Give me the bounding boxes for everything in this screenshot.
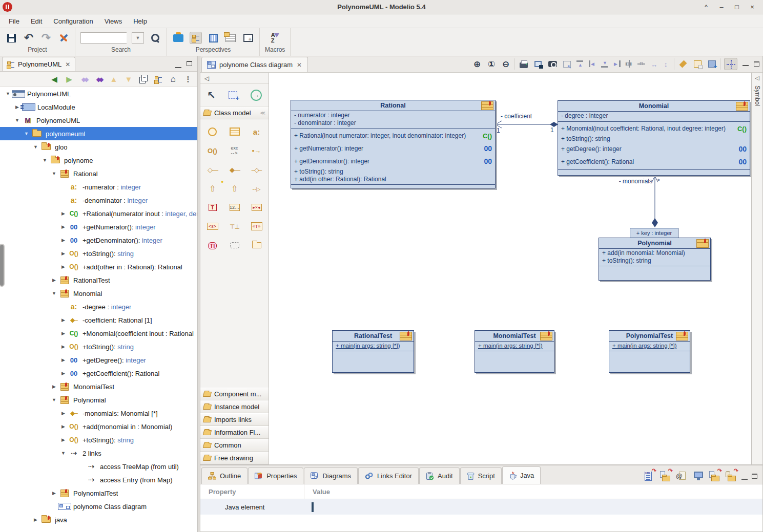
home-icon[interactable] <box>168 74 178 84</box>
tree-item[interactable]: +toString(): string <box>0 340 197 353</box>
align-left-icon[interactable] <box>588 59 597 69</box>
more-menu-icon[interactable] <box>183 74 193 84</box>
palette-group-header[interactable]: Instance model <box>200 400 269 413</box>
minimize-window-icon[interactable]: – <box>718 4 725 10</box>
tree-expand-arrow[interactable] <box>4 91 12 96</box>
tree-item[interactable]: LocalModule <box>0 100 197 114</box>
palette-collapse-arrow[interactable]: ◁ <box>200 73 269 84</box>
model-tree-icon[interactable] <box>153 74 163 84</box>
operation-row[interactable]: + main(in args: string [*]) <box>478 342 551 350</box>
association-qualifier-key[interactable]: + key : integer <box>630 228 678 238</box>
operation-row[interactable]: + toString(): string <box>561 135 747 143</box>
search-input[interactable] <box>80 32 127 44</box>
palette-group-class-model[interactable]: Class model ≪ <box>200 107 269 119</box>
palette-tool[interactable] <box>245 238 267 252</box>
palette-tool[interactable] <box>223 124 245 139</box>
move-down-icon[interactable] <box>123 74 134 84</box>
operation-row[interactable]: + toString(): string <box>294 168 492 176</box>
tree-expand-arrow[interactable] <box>13 118 21 123</box>
attribute-row[interactable]: - denominator : integer <box>294 119 492 127</box>
back-icon[interactable] <box>49 74 59 84</box>
window-gear-perspective-button[interactable] <box>242 32 254 44</box>
generate-to-folder-icon[interactable] <box>659 471 672 482</box>
export-image-icon[interactable] <box>532 58 544 70</box>
menu-edit[interactable]: Edit <box>26 15 47 27</box>
tree-expand-arrow[interactable] <box>59 371 67 376</box>
print-icon[interactable] <box>518 58 529 70</box>
tree-expand-arrow[interactable] <box>50 491 58 496</box>
java-element-checkbox[interactable] <box>312 502 314 512</box>
tree-item[interactable]: RationalTest <box>0 273 197 287</box>
undo-button[interactable] <box>23 32 35 44</box>
search-button[interactable] <box>149 32 161 44</box>
move-up-icon[interactable] <box>109 74 119 84</box>
tree-expand-arrow[interactable] <box>50 171 58 176</box>
palette-tool[interactable] <box>245 219 267 233</box>
select-tool[interactable] <box>207 88 216 102</box>
reverse-jar-icon[interactable] <box>725 471 737 482</box>
palette-tool[interactable] <box>201 238 223 252</box>
table-row[interactable]: Java element <box>200 499 762 515</box>
operation-row[interactable]: + getNumerator(): integer <box>294 142 492 155</box>
tab-audit[interactable]: Audit <box>419 467 460 484</box>
tree-expand-arrow[interactable] <box>32 517 39 522</box>
attribute-row[interactable]: - numerator : integer <box>294 112 492 119</box>
tree-expand-arrow[interactable] <box>59 317 67 323</box>
tree-item[interactable]: polynome <box>0 154 197 167</box>
zoom-actual-icon[interactable] <box>486 58 497 70</box>
tree-item[interactable]: polynome Class diagram <box>0 500 197 513</box>
next-selection-icon[interactable] <box>94 74 104 84</box>
tree-item[interactable]: +Rational(numerator inout : integer, den… <box>0 207 197 220</box>
same-width-icon[interactable] <box>649 59 658 69</box>
close-tab-icon[interactable]: ✕ <box>296 61 302 69</box>
marquee-tool[interactable] <box>229 88 237 102</box>
palette-tool[interactable] <box>223 238 245 252</box>
tree-expand-arrow[interactable] <box>32 144 39 150</box>
maximize-panel-icon[interactable] <box>752 474 757 479</box>
close-window-icon[interactable]: × <box>749 4 756 10</box>
tree-item[interactable]: MonomialTest <box>0 380 197 393</box>
palette-tool[interactable] <box>201 200 223 215</box>
tab-links-editor[interactable]: Links Editor <box>358 467 419 484</box>
tree-item[interactable]: Monomial <box>0 287 197 300</box>
workspace-perspective-button[interactable] <box>172 32 184 44</box>
tree-expand-arrow[interactable] <box>59 411 67 416</box>
tree-item[interactable]: PolynomialTest <box>0 486 197 500</box>
palette-group-header[interactable]: Imports links <box>200 413 269 426</box>
diagram-canvas[interactable]: - coefficient 1 1 - monomials * Rational… <box>269 73 751 464</box>
tab-diagrams[interactable]: Diagrams <box>304 467 358 484</box>
grid-toggle-icon[interactable] <box>724 58 737 70</box>
minimize-panel-icon[interactable] <box>741 476 748 480</box>
generate-doc-icon[interactable] <box>676 471 688 482</box>
tree-item[interactable]: Rational <box>0 167 197 180</box>
collapse-window-icon[interactable]: ^ <box>703 4 710 10</box>
operation-row[interactable]: + main(in args: string [*]) <box>612 342 687 350</box>
attribute-row[interactable]: - degree : integer <box>561 112 747 120</box>
edit-style-icon[interactable] <box>692 58 703 70</box>
operation-row[interactable]: + getDenominator(): integer <box>294 155 492 168</box>
palette-tool[interactable] <box>201 162 223 177</box>
operation-row[interactable]: + main(in args: string [*]) <box>336 342 410 350</box>
align-right-icon[interactable] <box>612 59 622 69</box>
tree-expand-arrow[interactable] <box>59 424 67 429</box>
tree-expand-arrow[interactable] <box>59 238 67 243</box>
visualize-code-icon[interactable] <box>692 471 705 482</box>
tab-polynome-class-diagram[interactable]: polynome Class diagram ✕ <box>201 57 308 72</box>
tree-expand-arrow[interactable] <box>50 397 58 402</box>
tree-item[interactable]: -denominator : integer <box>0 194 197 207</box>
tree-item[interactable]: +add(monomial in : Monomial) <box>0 420 197 433</box>
redo-button[interactable] <box>40 32 52 44</box>
palette-group-header[interactable]: Information Fl... <box>200 426 269 439</box>
forward-icon[interactable] <box>64 74 74 84</box>
operation-row[interactable]: + getDegree(): integer <box>561 143 747 156</box>
tree-item[interactable]: polynomeuml <box>0 127 197 140</box>
palette-tool[interactable] <box>223 143 245 158</box>
tree-expand-arrow[interactable] <box>59 251 67 256</box>
tree-item[interactable]: java <box>0 513 197 526</box>
macros-button[interactable]: AZ <box>269 32 281 44</box>
menu-file[interactable]: File <box>4 15 24 27</box>
class-box-rationaltest[interactable]: RationalTest + main(in args: string [*]) <box>332 330 414 373</box>
palette-group-header[interactable]: Component m... <box>200 388 269 400</box>
tree-item[interactable]: access Entry (from Map) <box>0 473 197 486</box>
tree-item[interactable]: Polynomial <box>0 393 197 407</box>
